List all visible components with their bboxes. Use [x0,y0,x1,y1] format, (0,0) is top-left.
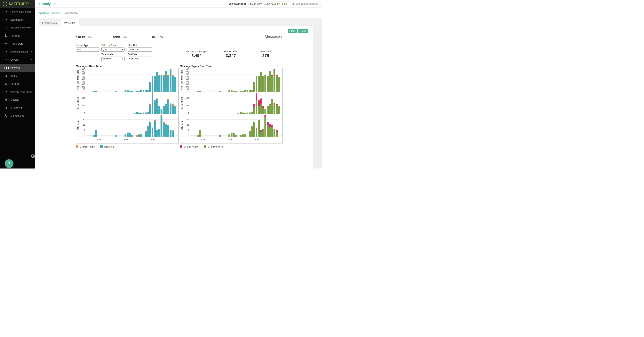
sidebar-item-content[interactable]: ✎Content▾ [0,56,35,64]
csv-download-button[interactable]: ↓CSV [298,29,308,33]
legend-item: Delivered [100,145,114,148]
breadcrumb-current: Assistance [65,11,78,14]
bar-segment [274,103,276,103]
question-mark-icon: ? [8,161,10,166]
group-select[interactable]: (All)▼ [122,35,145,39]
bar-segment [278,77,280,92]
bar-segment [271,127,273,137]
account-select[interactable]: Mega Corp (Demo Account) (3598591) ˅ [248,1,292,6]
bar-segment [174,106,176,114]
y-axis-line [86,114,86,137]
sidebar-item-label: Facilities [10,34,20,37]
breadcrumb: Analytics Overview / Assistance [38,11,78,14]
pdf-download-button[interactable]: ↓PDF [288,29,297,33]
help-button[interactable]: ? [4,159,14,168]
start-date-input[interactable] [128,47,152,51]
bar-segment [154,76,156,92]
legend-swatch-icon [204,145,206,148]
bar-segment [264,75,266,75]
bar-segment [170,69,172,92]
section-heading: Messages [224,34,282,39]
time-scale-select[interactable]: Monthly▼ [102,56,124,61]
sidebar-item-communication[interactable]: ❝Communication▾ [0,48,35,56]
chat-bubbles-icon: ❝ [3,50,9,53]
sidebar-item-e-learning[interactable]: ◆E-learning [0,104,35,112]
stat-value: 275 [244,53,287,58]
legend-item: Sent by System [204,145,224,148]
bar-segment [167,75,169,76]
bar-segment [262,106,264,108]
sidebar-collapse-button[interactable]: ◀ [31,154,35,158]
filter-sender-type: Sender Type(All)▼ [76,44,99,51]
sidebar-item-label: Communication [10,50,28,53]
sidebar-item-label: Marketplace [10,114,24,117]
bar-segment [131,135,133,137]
y-axis-label: E-mail Sent [180,92,183,114]
bar-segment [172,105,174,114]
sidebar-item-security-overview[interactable]: ♁Security Overview [0,24,35,32]
bar-segment [269,104,271,105]
subplot-app-push-messages: App Push Messages10020030040050060070080… [180,68,282,92]
bar-segment [129,91,131,92]
breadcrumb-link-analytics-overview[interactable]: Analytics Overview [38,11,60,14]
bar-segment [262,76,264,92]
filter-label: Group [113,35,120,38]
gridline [190,74,282,74]
bar-segment [264,109,266,114]
bar-segment [142,112,144,114]
y-tick-label: 30 [183,118,189,121]
filter-delivery-status: Delivery Status(All)▼ [102,44,124,51]
select-caret-icon: ▼ [96,49,98,50]
logo[interactable]: SAFETURE ® [0,0,35,8]
bar-segment [174,77,176,92]
y-tick-label: 200 [183,104,189,107]
sidebar-item-analytics[interactable]: ❘❙❚Analytics [0,64,35,72]
factory-icon: ▙ [3,34,9,37]
bar-segment [258,100,260,106]
bar-segment [163,75,165,76]
account-select[interactable]: (All)▼ [87,35,110,39]
user-menu[interactable]: Linnea Lennartsson ▾ [292,2,320,5]
tags-select[interactable]: (All)▼ [157,35,181,39]
sidebar-item-partner-dashboard[interactable]: ⚭Partner Dashboard [0,8,35,16]
bar-segment [165,71,167,92]
sidebar-item-marketplace[interactable]: ▚Marketplace [0,112,35,120]
bar-segment [197,135,199,137]
list-icon: ▤ [3,82,9,85]
filter-label: Sender Type [76,44,99,46]
sidebar-item-country-information[interactable]: ⚑Country Information [0,88,35,96]
end-date-input[interactable] [128,56,152,61]
bar-segment [116,91,118,92]
bar-segment [260,98,262,104]
select-value: (All) [88,36,92,38]
sidebar-item-medical[interactable]: ✚Medical [0,96,35,104]
sidebar-item-travel-data[interactable]: ✈Travel Data [0,40,35,48]
bar-segment [276,132,278,137]
bar-segment [274,129,276,130]
tab-messages[interactable]: Messages [60,19,79,26]
bar-segment [172,131,174,137]
y-tick-label: 300 [79,83,85,85]
delivery-status-select[interactable]: (All)▼ [102,47,124,51]
bar-segment [253,122,255,137]
x-year-label: 2022 [94,138,102,141]
legend-label: Delivered [104,146,114,148]
y-tick-label: 200 [79,86,85,88]
legend-swatch-icon [100,145,103,148]
bar-segment [174,77,176,77]
y-tick-label: 300 [183,83,189,85]
bar-segment [271,125,273,127]
bar-segment [260,72,262,72]
tab-emergencies[interactable]: Emergencies [38,20,60,26]
sidebar-item-facilities[interactable]: ▙Facilities [0,32,35,40]
sidebar-item-dashboard[interactable]: ◔Dashboard [0,16,35,24]
y-axis-line [86,92,86,114]
sidebar-item-users[interactable]: ♟Users [0,72,35,80]
bar-segment [138,112,140,114]
bar-segment [276,76,278,92]
sidebar-item-policies[interactable]: ▤Policies [0,80,35,88]
bar-segment [147,112,149,114]
sender-type-select[interactable]: (All)▼ [76,47,99,51]
bar-segment [267,125,269,137]
select-account-label: Select Account [218,2,246,5]
